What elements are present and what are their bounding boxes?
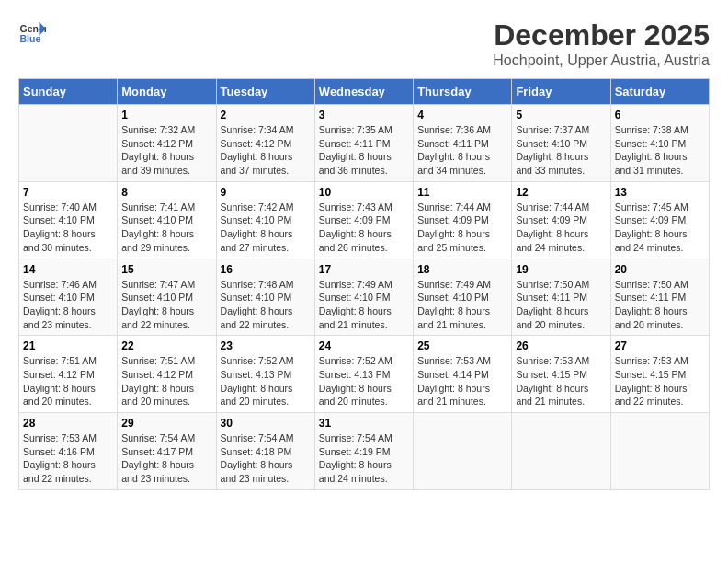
day-info: Sunrise: 7:44 AMSunset: 4:09 PMDaylight:… xyxy=(417,201,507,255)
day-info: Sunrise: 7:36 AMSunset: 4:11 PMDaylight:… xyxy=(417,123,507,178)
calendar-cell: 7Sunrise: 7:40 AMSunset: 4:10 PMDaylight… xyxy=(19,181,118,259)
day-number: 2 xyxy=(221,109,311,121)
day-number: 8 xyxy=(121,186,211,199)
calendar-cell: 8Sunrise: 7:41 AMSunset: 4:10 PMDaylight… xyxy=(118,181,216,259)
calendar-cell: 25Sunrise: 7:53 AMSunset: 4:14 PMDayligh… xyxy=(414,336,512,413)
day-number: 7 xyxy=(23,186,113,199)
calendar-week-row: 14Sunrise: 7:46 AMSunset: 4:10 PMDayligh… xyxy=(19,259,710,336)
day-info: Sunrise: 7:51 AMSunset: 4:12 PMDaylight:… xyxy=(121,354,211,408)
day-number: 9 xyxy=(221,186,311,199)
calendar-header-row: SundayMondayTuesdayWednesdayThursdayFrid… xyxy=(19,79,710,105)
day-number: 29 xyxy=(121,417,211,430)
day-info: Sunrise: 7:35 AMSunset: 4:11 PMDaylight:… xyxy=(319,123,409,178)
day-info: Sunrise: 7:53 AMSunset: 4:15 PMDaylight:… xyxy=(615,354,705,408)
day-number: 10 xyxy=(319,186,409,199)
day-info: Sunrise: 7:52 AMSunset: 4:13 PMDaylight:… xyxy=(319,354,409,408)
header-day-saturday: Saturday xyxy=(610,79,709,105)
title-area: December 2025 Hochpoint, Upper Austria, … xyxy=(493,18,710,69)
day-number: 6 xyxy=(615,109,705,121)
calendar-cell: 9Sunrise: 7:42 AMSunset: 4:10 PMDaylight… xyxy=(216,181,314,259)
day-info: Sunrise: 7:49 AMSunset: 4:10 PMDaylight:… xyxy=(319,278,409,332)
day-info: Sunrise: 7:53 AMSunset: 4:15 PMDaylight:… xyxy=(516,354,606,408)
calendar-cell: 11Sunrise: 7:44 AMSunset: 4:09 PMDayligh… xyxy=(414,181,512,259)
header-day-friday: Friday xyxy=(512,79,610,105)
calendar-week-row: 28Sunrise: 7:53 AMSunset: 4:16 PMDayligh… xyxy=(19,413,710,490)
page-subtitle: Hochpoint, Upper Austria, Austria xyxy=(493,52,710,69)
day-number: 24 xyxy=(319,339,409,352)
calendar-cell xyxy=(19,105,118,182)
day-info: Sunrise: 7:40 AMSunset: 4:10 PMDaylight:… xyxy=(23,201,113,255)
day-info: Sunrise: 7:52 AMSunset: 4:13 PMDaylight:… xyxy=(221,354,311,408)
day-info: Sunrise: 7:54 AMSunset: 4:18 PMDaylight:… xyxy=(221,431,311,486)
day-info: Sunrise: 7:54 AMSunset: 4:19 PMDaylight:… xyxy=(319,431,409,486)
calendar-cell: 22Sunrise: 7:51 AMSunset: 4:12 PMDayligh… xyxy=(118,336,216,413)
calendar-cell xyxy=(512,413,610,490)
day-number: 5 xyxy=(516,109,606,121)
day-number: 1 xyxy=(121,109,211,121)
calendar-cell: 24Sunrise: 7:52 AMSunset: 4:13 PMDayligh… xyxy=(314,336,413,413)
calendar-week-row: 21Sunrise: 7:51 AMSunset: 4:12 PMDayligh… xyxy=(19,336,710,413)
calendar-cell: 2Sunrise: 7:34 AMSunset: 4:12 PMDaylight… xyxy=(216,105,314,182)
day-number: 27 xyxy=(615,339,705,352)
day-number: 18 xyxy=(417,263,507,276)
day-info: Sunrise: 7:41 AMSunset: 4:10 PMDaylight:… xyxy=(121,201,211,255)
calendar-cell: 15Sunrise: 7:47 AMSunset: 4:10 PMDayligh… xyxy=(118,259,216,336)
day-info: Sunrise: 7:50 AMSunset: 4:11 PMDaylight:… xyxy=(615,278,705,332)
header-day-wednesday: Wednesday xyxy=(314,79,413,105)
day-number: 11 xyxy=(417,186,507,199)
calendar-cell: 17Sunrise: 7:49 AMSunset: 4:10 PMDayligh… xyxy=(314,259,413,336)
calendar-cell: 18Sunrise: 7:49 AMSunset: 4:10 PMDayligh… xyxy=(414,259,512,336)
calendar-cell: 27Sunrise: 7:53 AMSunset: 4:15 PMDayligh… xyxy=(610,336,709,413)
calendar-cell: 14Sunrise: 7:46 AMSunset: 4:10 PMDayligh… xyxy=(19,259,118,336)
day-number: 16 xyxy=(221,263,311,276)
day-info: Sunrise: 7:51 AMSunset: 4:12 PMDaylight:… xyxy=(23,354,113,408)
day-info: Sunrise: 7:43 AMSunset: 4:09 PMDaylight:… xyxy=(319,201,409,255)
day-number: 4 xyxy=(417,109,507,121)
calendar-week-row: 1Sunrise: 7:32 AMSunset: 4:12 PMDaylight… xyxy=(19,105,710,182)
page-header: General Blue December 2025 Hochpoint, Up… xyxy=(18,18,710,69)
calendar-cell: 26Sunrise: 7:53 AMSunset: 4:15 PMDayligh… xyxy=(512,336,610,413)
calendar-cell: 23Sunrise: 7:52 AMSunset: 4:13 PMDayligh… xyxy=(216,336,314,413)
calendar-cell: 29Sunrise: 7:54 AMSunset: 4:17 PMDayligh… xyxy=(118,413,216,490)
calendar-cell xyxy=(610,413,709,490)
day-info: Sunrise: 7:46 AMSunset: 4:10 PMDaylight:… xyxy=(23,278,113,332)
day-info: Sunrise: 7:49 AMSunset: 4:10 PMDaylight:… xyxy=(417,278,507,332)
day-number: 31 xyxy=(319,417,409,430)
day-number: 28 xyxy=(23,417,113,430)
day-info: Sunrise: 7:47 AMSunset: 4:10 PMDaylight:… xyxy=(121,278,211,332)
day-info: Sunrise: 7:54 AMSunset: 4:17 PMDaylight:… xyxy=(121,431,211,486)
calendar-cell: 28Sunrise: 7:53 AMSunset: 4:16 PMDayligh… xyxy=(19,413,118,490)
day-info: Sunrise: 7:45 AMSunset: 4:09 PMDaylight:… xyxy=(615,201,705,255)
day-number: 15 xyxy=(121,263,211,276)
calendar-cell: 4Sunrise: 7:36 AMSunset: 4:11 PMDaylight… xyxy=(414,105,512,182)
calendar-cell: 19Sunrise: 7:50 AMSunset: 4:11 PMDayligh… xyxy=(512,259,610,336)
day-number: 20 xyxy=(615,263,705,276)
day-number: 25 xyxy=(417,339,507,352)
day-number: 12 xyxy=(516,186,606,199)
calendar-cell: 20Sunrise: 7:50 AMSunset: 4:11 PMDayligh… xyxy=(610,259,709,336)
day-info: Sunrise: 7:48 AMSunset: 4:10 PMDaylight:… xyxy=(221,278,311,332)
day-info: Sunrise: 7:53 AMSunset: 4:14 PMDaylight:… xyxy=(417,354,507,408)
day-info: Sunrise: 7:34 AMSunset: 4:12 PMDaylight:… xyxy=(221,123,311,178)
calendar-cell: 30Sunrise: 7:54 AMSunset: 4:18 PMDayligh… xyxy=(216,413,314,490)
logo: General Blue xyxy=(18,18,46,46)
day-number: 19 xyxy=(516,263,606,276)
day-info: Sunrise: 7:44 AMSunset: 4:09 PMDaylight:… xyxy=(516,201,606,255)
logo-icon: General Blue xyxy=(18,18,46,46)
day-number: 3 xyxy=(319,109,409,121)
calendar-cell: 13Sunrise: 7:45 AMSunset: 4:09 PMDayligh… xyxy=(610,181,709,259)
header-day-monday: Monday xyxy=(118,79,216,105)
calendar-cell: 21Sunrise: 7:51 AMSunset: 4:12 PMDayligh… xyxy=(19,336,118,413)
svg-text:Blue: Blue xyxy=(20,33,41,44)
day-info: Sunrise: 7:37 AMSunset: 4:10 PMDaylight:… xyxy=(516,123,606,178)
day-number: 14 xyxy=(23,263,113,276)
day-number: 22 xyxy=(121,339,211,352)
calendar-cell: 5Sunrise: 7:37 AMSunset: 4:10 PMDaylight… xyxy=(512,105,610,182)
calendar-table: SundayMondayTuesdayWednesdayThursdayFrid… xyxy=(18,78,710,490)
day-number: 13 xyxy=(615,186,705,199)
header-day-thursday: Thursday xyxy=(414,79,512,105)
header-day-tuesday: Tuesday xyxy=(216,79,314,105)
calendar-cell: 16Sunrise: 7:48 AMSunset: 4:10 PMDayligh… xyxy=(216,259,314,336)
calendar-cell xyxy=(414,413,512,490)
calendar-cell: 10Sunrise: 7:43 AMSunset: 4:09 PMDayligh… xyxy=(314,181,413,259)
